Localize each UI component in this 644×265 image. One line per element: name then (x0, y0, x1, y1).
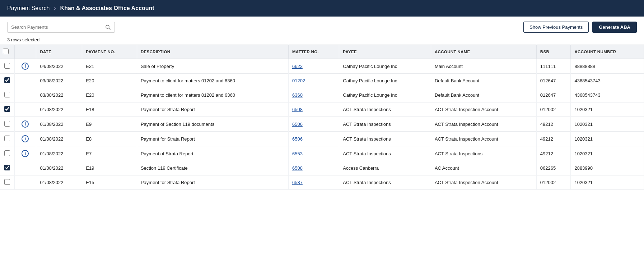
row-icon-cell: i (14, 146, 36, 161)
row-payee: ACT Strata Inspections (339, 117, 431, 132)
col-matter-no: MATTER NO. (288, 45, 339, 59)
row-checkbox[interactable] (4, 179, 10, 185)
row-payee: ACT Strata Inspections (339, 146, 431, 161)
row-icon-cell (14, 88, 36, 102)
col-payee: PAYEE (339, 45, 431, 59)
col-description: DESCRIPTION (137, 45, 288, 59)
select-all-checkbox[interactable] (3, 49, 9, 54)
row-payment-no: E20 (82, 74, 137, 88)
row-payee: Cathay Pacific Lounge Inc (339, 74, 431, 88)
toolbar: Show Previous Payments Generate ABA (0, 17, 644, 36)
row-account-name: ACT Strata Inspection Account (431, 175, 536, 190)
row-checkbox-cell (0, 88, 14, 102)
table-row: i01/08/2022E7Payment of Strata Report655… (0, 146, 644, 161)
row-bsb: 49212 (536, 117, 571, 132)
row-description: Payment to client for matters 01202 and … (137, 74, 288, 88)
row-icon-cell: i (14, 59, 36, 74)
generate-aba-button[interactable]: Generate ABA (592, 22, 637, 33)
search-input[interactable] (11, 24, 102, 30)
table-row: 03/08/2022E20Payment to client for matte… (0, 74, 644, 88)
table-row: i01/08/2022E9Payment of Section 119 docu… (0, 117, 644, 132)
show-previous-button[interactable]: Show Previous Payments (523, 22, 589, 33)
row-payee: Access Canberra (339, 161, 431, 175)
row-date: 03/08/2022 (36, 88, 82, 102)
row-account-name: AC Account (431, 161, 536, 175)
row-description: Payment to client for matters 01202 and … (137, 88, 288, 102)
row-account-number: 4368543743 (571, 74, 644, 88)
row-description: Section 119 Certificate (137, 161, 288, 175)
row-checkbox[interactable] (4, 77, 10, 83)
row-payment-no: E15 (82, 175, 137, 190)
row-checkbox-cell (0, 146, 14, 161)
row-checkbox[interactable] (4, 136, 10, 141)
row-payee: ACT Strata Inspections (339, 132, 431, 146)
col-payment-no: PAYMENT NO. (82, 45, 137, 59)
row-payment-no: E21 (82, 59, 137, 74)
row-description: Payment of Section 119 documents (137, 117, 288, 132)
row-description: Payment of Strata Report (137, 146, 288, 161)
info-icon[interactable]: i (22, 135, 29, 142)
matter-no-link[interactable]: 6508 (292, 165, 303, 171)
row-checkbox[interactable] (4, 121, 10, 127)
matter-no-link[interactable]: 01202 (292, 78, 305, 83)
row-account-name: Default Bank Account (431, 88, 536, 102)
col-account-number: ACCOUNT NUMBER (571, 45, 644, 59)
row-matter-no: 01202 (288, 74, 339, 88)
row-checkbox[interactable] (4, 63, 10, 69)
row-checkbox[interactable] (4, 106, 10, 112)
row-payee: Cathay Pacific Lounge Inc (339, 88, 431, 102)
row-icon-cell (14, 161, 36, 175)
row-bsb: 012002 (536, 175, 571, 190)
row-checkbox-cell (0, 117, 14, 132)
table-row: i04/08/2022E21Sale of Property6622Cathay… (0, 59, 644, 74)
row-checkbox-cell (0, 132, 14, 146)
row-payment-no: E19 (82, 161, 137, 175)
col-checkbox (0, 45, 14, 59)
info-icon[interactable]: i (22, 150, 29, 157)
toolbar-right: Show Previous Payments Generate ABA (523, 22, 637, 33)
breadcrumb-current: Khan & Associates Office Account (60, 5, 154, 12)
col-date: DATE (36, 45, 82, 59)
table-row: 01/08/2022E19Section 119 Certificate6508… (0, 161, 644, 175)
row-checkbox[interactable] (4, 165, 10, 170)
row-checkbox[interactable] (4, 150, 10, 156)
row-account-number: 1020321 (571, 132, 644, 146)
table-row: 01/08/2022E15Payment for Strata Report65… (0, 175, 644, 190)
row-account-name: ACT Strata Inspection Account (431, 132, 536, 146)
row-bsb: 49212 (536, 146, 571, 161)
table-row: i01/08/2022E8Payment for Strata Report65… (0, 132, 644, 146)
row-account-number: 88888888 (571, 59, 644, 74)
info-icon[interactable]: i (22, 120, 29, 128)
breadcrumb-home[interactable]: Payment Search (7, 5, 50, 12)
row-account-number: 1020321 (571, 117, 644, 132)
row-payment-no: E20 (82, 88, 137, 102)
matter-no-link[interactable]: 6587 (292, 180, 303, 185)
col-icon (14, 45, 36, 59)
row-checkbox-cell (0, 59, 14, 74)
matter-no-link[interactable]: 6553 (292, 151, 303, 156)
matter-no-link[interactable]: 6622 (292, 64, 303, 69)
row-checkbox-cell (0, 74, 14, 88)
row-description: Payment for Strata Report (137, 102, 288, 117)
payments-table: DATE PAYMENT NO. DESCRIPTION MATTER NO. … (0, 45, 644, 190)
row-matter-no: 6508 (288, 161, 339, 175)
payments-table-wrap: DATE PAYMENT NO. DESCRIPTION MATTER NO. … (0, 45, 644, 190)
row-date: 01/08/2022 (36, 146, 82, 161)
matter-no-link[interactable]: 6360 (292, 92, 303, 98)
row-checkbox-cell (0, 102, 14, 117)
row-matter-no: 6622 (288, 59, 339, 74)
info-icon[interactable]: i (22, 63, 29, 70)
row-checkbox[interactable] (4, 92, 10, 97)
rows-selected-label: 3 rows selected (0, 36, 644, 45)
row-account-name: Main Account (431, 59, 536, 74)
row-account-number: 4368543743 (571, 88, 644, 102)
row-bsb: 062265 (536, 161, 571, 175)
matter-no-link[interactable]: 6508 (292, 107, 303, 112)
row-matter-no: 6587 (288, 175, 339, 190)
matter-no-link[interactable]: 6506 (292, 136, 303, 142)
matter-no-link[interactable]: 6506 (292, 122, 303, 127)
row-date: 01/08/2022 (36, 132, 82, 146)
table-row: 03/08/2022E20Payment to client for matte… (0, 88, 644, 102)
row-account-number: 1020321 (571, 102, 644, 117)
row-payee: Cathay Pacific Lounge Inc (339, 59, 431, 74)
